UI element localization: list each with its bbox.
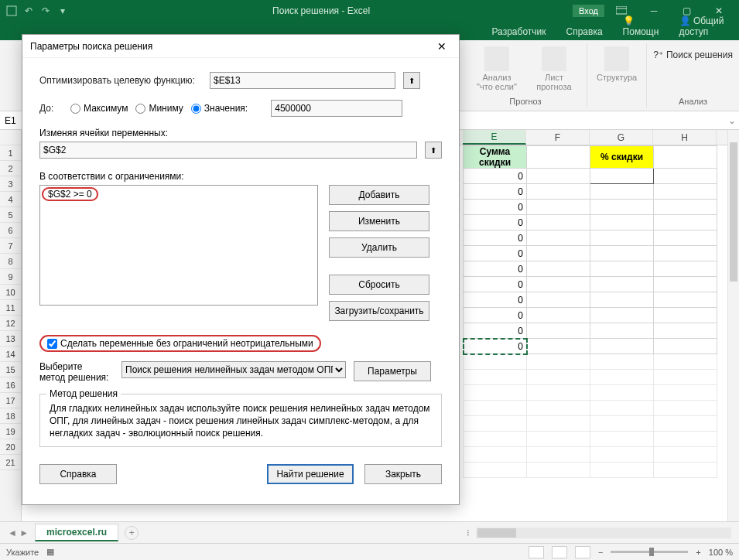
row-header[interactable]: 16 (0, 377, 21, 393)
solver-icon: ?⁺ (653, 50, 663, 60)
forecast-icon (542, 46, 566, 71)
row-header[interactable]: 19 (0, 424, 21, 439)
row-header[interactable]: 10 (0, 285, 21, 300)
row-header[interactable]: 20 (0, 439, 21, 455)
objective-label: Оптимизировать целевую функцию: (39, 75, 202, 86)
row-header[interactable]: 9 (0, 269, 21, 285)
status-bar: Укажите ▦ − + 100 % (0, 543, 739, 560)
target-value-input[interactable] (271, 100, 402, 117)
login-button[interactable]: Вход (573, 5, 604, 17)
row-header[interactable]: 12 (0, 316, 21, 331)
params-button[interactable]: Параметры (354, 361, 431, 381)
help-button[interactable]: Справка (39, 464, 117, 484)
qat-dropdown-icon[interactable]: ▾ (56, 4, 70, 18)
loadsave-button[interactable]: Загрузить/сохранить (329, 301, 429, 321)
save-icon[interactable] (5, 4, 19, 18)
undo-icon[interactable]: ↶ (22, 4, 36, 18)
reset-button[interactable]: Сбросить (329, 275, 429, 295)
radio-value[interactable]: Значения: (191, 103, 248, 114)
row-header[interactable]: 8 (0, 254, 21, 269)
solve-button[interactable]: Найти решение (267, 464, 354, 484)
radio-min[interactable]: Миниму (135, 103, 183, 114)
cell: 0 (464, 200, 527, 215)
group-label-forecast: Прогноз (470, 97, 580, 106)
vars-input[interactable] (39, 142, 417, 159)
tab-share[interactable]: 👤 Общий доступ (675, 12, 739, 40)
ribbon-group-outline: Структура (587, 43, 647, 108)
view-layout-icon[interactable] (552, 546, 567, 558)
outline-icon (604, 46, 629, 71)
sheet-nav[interactable]: ◄ ► (8, 528, 29, 538)
method-label: Выберите (39, 361, 114, 372)
lightbulb-icon: 💡 (623, 15, 635, 26)
view-pagebreak-icon[interactable] (575, 546, 590, 558)
row-header[interactable]: 3 (0, 176, 21, 192)
zoom-value[interactable]: 100 % (709, 548, 733, 557)
solver-button[interactable]: ?⁺ Поиск решения (653, 45, 733, 60)
column-header[interactable]: H (653, 130, 717, 145)
zoom-slider[interactable] (611, 551, 688, 553)
cell: 0 (464, 261, 527, 277)
constraints-listbox[interactable]: $G$2 >= 0 (39, 185, 318, 306)
range-picker-icon[interactable]: ⬆ (425, 142, 442, 159)
cell: 0 (464, 308, 527, 323)
cell (590, 169, 654, 184)
zoom-out-icon[interactable]: − (598, 548, 603, 557)
range-picker-icon[interactable]: ⬆ (403, 72, 420, 89)
forecast-sheet-button[interactable]: Лист прогноза (528, 45, 580, 93)
constraint-item[interactable]: $G$2 >= 0 (42, 187, 98, 201)
row-header[interactable]: 17 (0, 393, 21, 408)
method-label: метод решения: (39, 372, 114, 383)
outline-button[interactable]: Структура (594, 45, 640, 84)
method-select[interactable]: Поиск решения нелинейных задач методом О… (121, 361, 346, 378)
tab-tell-me[interactable]: 💡 Помощн (618, 12, 664, 40)
objective-input[interactable] (210, 72, 395, 89)
cell: 0 (464, 169, 527, 184)
row-header[interactable]: 2 (0, 161, 21, 176)
horizontal-scrollbar[interactable] (476, 528, 731, 538)
row-header[interactable]: 4 (0, 192, 21, 207)
row-header[interactable]: 6 (0, 223, 21, 238)
dialog-title: Параметры поиска решения (30, 41, 152, 52)
row-header[interactable]: 5 (0, 207, 21, 223)
redo-icon[interactable]: ↷ (39, 4, 53, 18)
view-normal-icon[interactable] (529, 546, 544, 558)
formula-expand-icon[interactable]: ⌄ (725, 111, 739, 129)
row-header[interactable]: 14 (0, 347, 21, 362)
cell: % скидки (590, 146, 654, 169)
add-button[interactable]: Добавить (329, 185, 429, 205)
close-button[interactable]: Закрыть (364, 464, 442, 484)
row-header[interactable]: 21 (0, 455, 21, 470)
tab-help[interactable]: Справка (562, 23, 607, 40)
sheet-tab[interactable]: microexcel.ru (35, 524, 118, 541)
row-header[interactable]: 15 (0, 362, 21, 377)
row-header[interactable]: 18 (0, 408, 21, 424)
nonneg-checkbox-highlight: Сделать переменные без ограничений неотр… (39, 335, 321, 352)
column-header[interactable]: E (463, 130, 526, 145)
column-header[interactable]: G (590, 130, 653, 145)
whatif-button[interactable]: Анализ "что если" (470, 45, 523, 93)
cells-grid[interactable]: Сумма скидки% скидки 0 0 0 0 0 0 0 0 0 0… (463, 145, 717, 478)
row-header[interactable]: 11 (0, 300, 21, 316)
change-button[interactable]: Изменить (329, 211, 429, 231)
tab-developer[interactable]: Разработчик (488, 23, 551, 40)
row-header[interactable]: 1 (0, 145, 21, 161)
radio-max[interactable]: Максимум (70, 103, 128, 114)
macros-icon[interactable]: ▦ (46, 547, 54, 557)
close-icon[interactable]: ✕ (433, 39, 451, 54)
status-text: Укажите (6, 548, 39, 557)
add-sheet-button[interactable]: + (125, 526, 139, 540)
column-header[interactable]: F (526, 130, 590, 145)
ribbon-group-analysis: ?⁺ Поиск решения Анализ (647, 43, 739, 108)
cell: 0 (464, 292, 527, 308)
vars-label: Изменяя ячейки переменных: (39, 128, 442, 138)
zoom-in-icon[interactable]: + (696, 548, 700, 557)
to-label: До: (39, 103, 63, 114)
delete-button[interactable]: Удалить (329, 237, 429, 258)
vertical-scrollbar[interactable] (727, 130, 739, 521)
group-label-analysis: Анализ (653, 97, 733, 106)
row-header[interactable]: 13 (0, 331, 21, 347)
row-header[interactable]: 7 (0, 238, 21, 254)
dialog-titlebar: Параметры поиска решения ✕ (22, 35, 459, 58)
nonneg-checkbox[interactable]: Сделать переменные без ограничений неотр… (47, 338, 313, 349)
